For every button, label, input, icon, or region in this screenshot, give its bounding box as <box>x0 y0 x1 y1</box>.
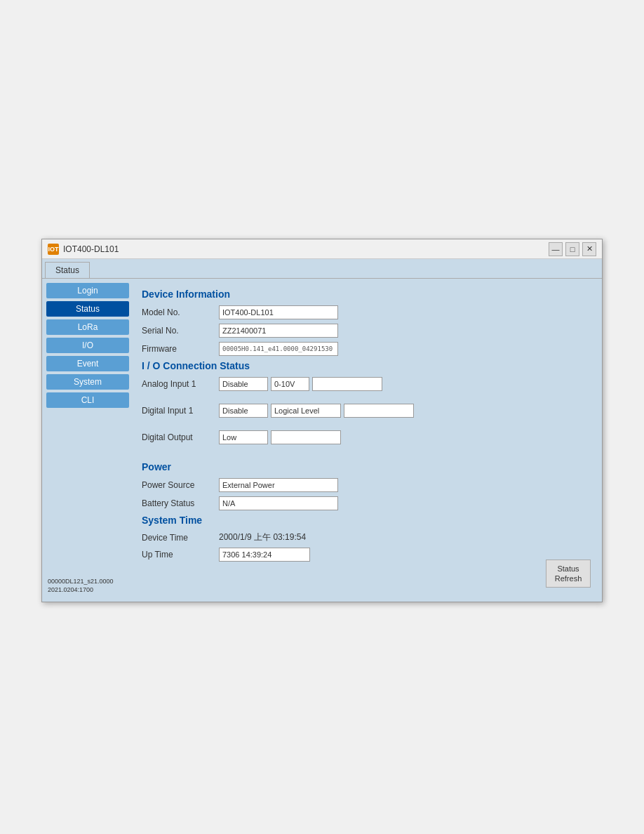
firmware-row: Firmware <box>142 342 593 356</box>
digital-output-row: Digital Output <box>142 430 593 444</box>
analog-input-1-fields <box>219 377 382 391</box>
firmware-input[interactable] <box>219 342 338 356</box>
maximize-button[interactable]: □ <box>565 242 579 256</box>
power-source-input[interactable] <box>219 478 338 492</box>
power-source-label: Power Source <box>142 480 219 490</box>
digital-output-fields <box>219 430 341 444</box>
window-controls: — □ ✕ <box>549 242 596 256</box>
sidebar-item-system[interactable]: System <box>46 374 129 390</box>
analog-input-1-tag[interactable] <box>219 377 268 391</box>
analog-input-1-extra[interactable] <box>312 377 382 391</box>
model-no-row: Model No. <box>142 305 593 319</box>
application-window: IOT IOT400-DL101 — □ ✕ Status Login Stat… <box>41 239 603 602</box>
close-button[interactable]: ✕ <box>582 242 596 256</box>
sidebar-item-login[interactable]: Login <box>46 283 129 298</box>
battery-status-input[interactable] <box>219 496 338 510</box>
sidebar-item-cli[interactable]: CLI <box>46 392 129 408</box>
sidebar-item-status[interactable]: Status <box>46 301 129 317</box>
up-time-label: Up Time <box>142 550 219 560</box>
sidebar: Login Status LoRa I/O Event System CLI 0… <box>42 279 133 602</box>
device-time-label: Device Time <box>142 533 219 543</box>
system-time-title: System Time <box>142 515 593 526</box>
refresh-label-line2: Refresh <box>555 574 582 583</box>
serial-no-input[interactable] <box>219 324 338 338</box>
model-no-label: Model No. <box>142 307 219 317</box>
titlebar: IOT IOT400-DL101 — □ ✕ <box>42 239 602 259</box>
power-title: Power <box>142 461 593 472</box>
device-time-row: Device Time 2000/1/9 上午 03:19:54 <box>142 531 593 543</box>
status-refresh-button[interactable]: Status Refresh <box>546 560 591 588</box>
serial-no-row: Serial No. <box>142 324 593 338</box>
up-time-input[interactable] <box>219 548 310 562</box>
device-time-value: 2000/1/9 上午 03:19:54 <box>219 531 306 543</box>
digital-output-tag[interactable] <box>219 430 268 444</box>
digital-input-1-tag[interactable] <box>219 404 268 418</box>
minimize-button[interactable]: — <box>549 242 563 256</box>
digital-input-1-row: Digital Input 1 <box>142 404 593 418</box>
battery-status-label: Battery Status <box>142 498 219 508</box>
up-time-row: Up Time <box>142 548 593 562</box>
app-icon: IOT <box>48 244 59 255</box>
digital-input-1-value[interactable] <box>271 404 341 418</box>
tab-bar: Status <box>42 259 602 279</box>
sidebar-item-event[interactable]: Event <box>46 356 129 371</box>
battery-status-row: Battery Status <box>142 496 593 510</box>
model-no-input[interactable] <box>219 305 338 319</box>
window-body: Login Status LoRa I/O Event System CLI 0… <box>42 279 602 602</box>
digital-output-label: Digital Output <box>142 432 219 442</box>
serial-no-label: Serial No. <box>142 326 219 336</box>
digital-input-1-fields <box>219 404 414 418</box>
digital-output-extra[interactable] <box>271 430 341 444</box>
digital-input-1-label: Digital Input 1 <box>142 406 219 416</box>
device-info-title: Device Information <box>142 289 593 300</box>
firmware-label: Firmware <box>142 344 219 354</box>
window-title: IOT400-DL101 <box>63 244 549 254</box>
power-source-row: Power Source <box>142 478 593 492</box>
main-content: Device Information Model No. Serial No. … <box>133 279 602 602</box>
sidebar-version: 00000DL121_s21.0000 2021.0204:1700 <box>42 573 133 599</box>
io-status-title: I / O Connection Status <box>142 360 593 371</box>
sidebar-item-io[interactable]: I/O <box>46 338 129 353</box>
digital-input-1-extra[interactable] <box>344 404 414 418</box>
analog-input-1-label: Analog Input 1 <box>142 379 219 389</box>
sidebar-item-lora[interactable]: LoRa <box>46 319 129 335</box>
analog-input-1-value[interactable] <box>271 377 309 391</box>
tab-status[interactable]: Status <box>45 262 90 278</box>
analog-input-1-row: Analog Input 1 <box>142 377 593 391</box>
refresh-label-line1: Status <box>557 564 579 574</box>
